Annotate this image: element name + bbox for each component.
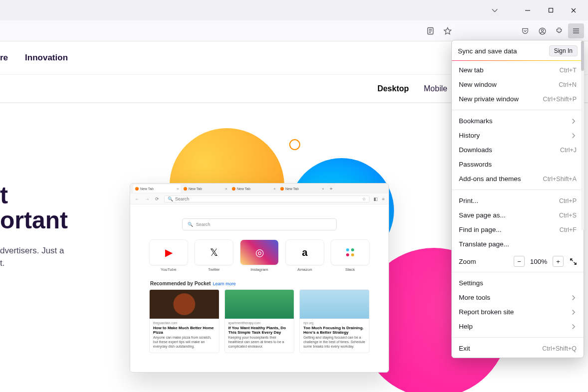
tile-instagram: ◎Instagram [240,239,279,272]
extensions-icon[interactable] [551,23,567,38]
fullscreen-icon[interactable] [568,256,579,267]
menu-exit[interactable]: Exit Ctrl+Shift+Q [452,341,584,356]
svg-point-12 [351,248,354,251]
mock-card: theguardian.comHow to Make Much Better H… [149,289,219,353]
hamburger-menu-icon[interactable] [568,23,584,38]
fwd-icon: → [144,196,150,201]
menu-item-help[interactable]: Help [452,319,584,334]
menu-item-new-window[interactable]: New windowCtrl+N [452,77,584,92]
menu-zoom-row: Zoom − 100% + [452,253,584,270]
app-menu: Sync and save data Sign In New tabCtrl+T… [451,40,584,358]
menu-item-save-page-as[interactable]: Save page as...Ctrl+S [452,208,584,222]
zoom-label: Zoom [459,258,510,265]
hero-copy: tortant dvertisers. Just at. [0,183,68,270]
menu-item-settings[interactable]: Settings [452,276,584,290]
menu-item-more-tools[interactable]: More tools [452,290,584,305]
hero-title: tortant [0,183,68,233]
svg-point-13 [346,253,349,256]
decorative-ring [289,139,300,150]
svg-point-11 [346,248,349,251]
menu-item-passwords[interactable]: Passwords [452,157,584,172]
site-nav: re Innovation [0,53,68,63]
browser-mockup: New Tab× New Tab× New Tab× New Tab× + ← … [130,183,389,373]
account-icon[interactable] [534,23,550,38]
menu-item-translate-page[interactable]: Translate page... [452,237,584,251]
reload-icon: ⟳ [154,196,160,201]
tile-slack: Slack [331,239,370,272]
mock-pocket-header: Recommended by PocketLearn more [150,281,374,286]
back-icon: ← [134,196,140,201]
menu-item-find-in-page[interactable]: Find in page...Ctrl+F [452,222,584,237]
menu-item-add-ons-and-themes[interactable]: Add-ons and themesCtrl+Shift+A [452,172,584,186]
pocket-icon[interactable] [517,23,533,38]
mock-tabstrip: New Tab× New Tab× New Tab× New Tab× + [130,184,389,194]
mock-menu-icon: ≡ [382,196,385,201]
menu-sync-label[interactable]: Sync and save data [458,47,517,55]
mock-card: npr.orgToo Much Focusing Is Draining. He… [299,289,370,353]
nav-item[interactable]: Innovation [25,53,68,63]
menu-item-new-tab[interactable]: New tabCtrl+T [452,63,584,77]
maximize-button[interactable] [539,2,562,18]
mock-toolbar: ← → ⟳ 🔍Search☆ ◧ ≡ [130,194,389,204]
mock-search: 🔍Search [182,218,337,230]
hero-description: dvertisers. Just at. [0,244,68,270]
mock-tab: New Tab× [182,185,229,193]
menu-item-bookmarks[interactable]: Bookmarks [452,114,584,128]
reader-icon[interactable] [422,23,438,38]
mock-tab: New Tab× [230,185,277,193]
sign-in-button[interactable]: Sign In [549,45,578,56]
nav-item[interactable]: re [0,53,8,63]
mock-pocket-cards: theguardian.comHow to Make Much Better H… [145,289,374,353]
menu-item-report-broken-site[interactable]: Report broken site [452,305,584,319]
tabs-dropdown-chevron-icon[interactable] [483,2,506,18]
mock-tab: New Tab× [133,185,181,193]
zoom-in-button[interactable]: + [553,256,564,267]
close-button[interactable] [562,2,585,18]
minimize-button[interactable] [516,2,539,18]
star-icon[interactable] [439,23,455,38]
menu-item-history[interactable]: History [452,128,584,143]
mock-ext-icon: ◧ [374,196,378,201]
mock-card: apartmenttherapy.comIf You Want Healthy … [224,289,295,353]
tile-youtube: ▶YouTube [149,239,188,272]
mock-urlbar: 🔍Search☆ [164,196,370,202]
svg-point-14 [351,253,354,256]
svg-point-7 [541,29,543,31]
tile-twitter: 𝕏Twitter [195,239,233,272]
menu-item-downloads[interactable]: DownloadsCtrl+J [452,143,584,157]
tab-mobile[interactable]: Mobile [424,84,447,93]
browser-toolbar [0,20,588,41]
titlebar [0,0,588,20]
zoom-out-button[interactable]: − [514,256,525,267]
mock-newtab: + [327,186,336,192]
mock-tab: New Tab× [278,185,326,193]
svg-rect-1 [549,8,553,12]
menu-scrollbar[interactable] [581,41,584,230]
zoom-value: 100% [529,258,549,265]
mock-topsites: ▶YouTube 𝕏Twitter ◎Instagram aAmazon Sla… [145,239,374,272]
menu-item-print[interactable]: Print...Ctrl+P [452,194,584,208]
menu-item-new-private-window[interactable]: New private windowCtrl+Shift+P [452,92,584,106]
tile-amazon: aAmazon [285,239,324,272]
tab-desktop[interactable]: Desktop [378,84,409,93]
